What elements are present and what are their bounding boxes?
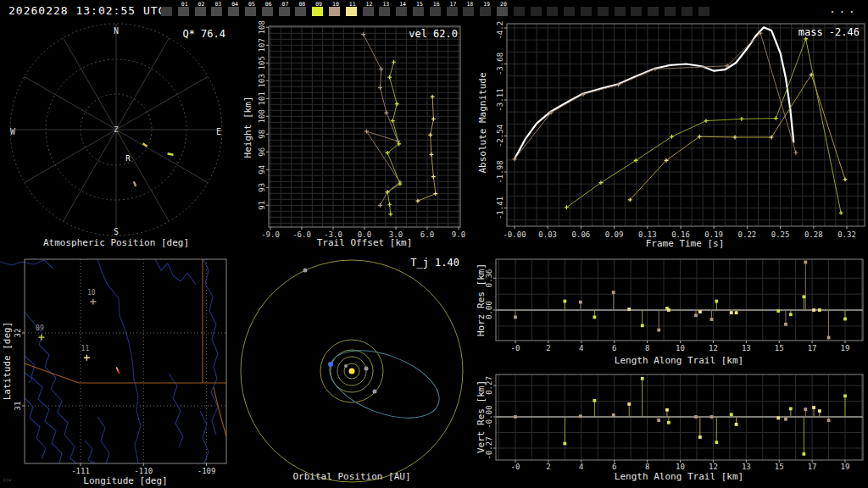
frame-thumb-03[interactable]: 03 [211,7,222,16]
station-marker-10: 10 [87,289,96,305]
map-x-axis-title: Longitude [deg] [83,475,167,486]
svg-text:6.0: 6.0 [420,230,434,239]
svg-text:-1.41: -1.41 [496,197,504,219]
meteoroid-orbit [320,337,448,431]
frame-thumb-02[interactable]: 02 [195,7,206,16]
svg-text:9.0: 9.0 [452,230,465,239]
svg-text:0.32: 0.32 [837,230,856,239]
frame-thumb[interactable] [598,7,609,16]
svg-text:-3.11: -3.11 [496,88,504,111]
svg-text:108: 108 [258,21,266,34]
frame-number: 02 [198,1,205,8]
svg-text:105: 105 [258,56,266,69]
svg-text:0.00: 0.00 [485,301,493,319]
svg-text:-0: -0 [511,344,520,352]
frame-thumb-11[interactable]: 11 [346,7,357,16]
series-site-11 [628,73,848,202]
svg-text:98: 98 [258,130,266,139]
svg-text:-3.68: -3.68 [496,53,504,75]
svg-text:19: 19 [841,463,850,471]
orbital-position-plot [237,250,475,488]
plot-frame [496,259,863,341]
frame-thumb-17[interactable]: 17 [447,7,458,16]
radiant-label: R [125,154,130,163]
frame-thumb-04[interactable]: 04 [228,7,239,16]
frame-thumb-15[interactable]: 15 [413,7,424,16]
frame-thumb-18[interactable]: 18 [463,7,474,16]
trail-x-axis-title: Trail Offset [km] [317,237,413,248]
svg-text:100: 100 [258,109,266,123]
svg-text:10: 10 [676,344,685,352]
mass-badge: mass -2.46 [798,26,860,38]
magnitude-x-axis-title: Frame Time [s] [646,238,725,249]
frame-thumb-10[interactable]: 10 [329,7,340,16]
svg-text:0.28: 0.28 [804,230,823,239]
frame-thumb-05[interactable]: 05 [245,7,256,16]
frame-thumb-13[interactable]: 13 [379,7,390,16]
grid [507,24,865,226]
overflow-menu-icon[interactable]: ... [829,2,858,15]
frame-strip: 0102030405060708091011121314151617181920 [0,0,868,21]
frame-thumb[interactable] [631,7,642,16]
frame-thumb[interactable] [615,7,626,16]
frame-thumb[interactable] [698,7,709,16]
frame-number: 03 [214,1,221,8]
grid [269,26,460,227]
frame-thumb[interactable] [665,7,676,16]
compass-east-label: E [216,127,221,136]
frame-thumb[interactable] [547,7,558,16]
planet-earth [328,362,333,367]
light-curve-plot: -0.000.030.060.090.130.160.190.220.250.2… [475,21,868,250]
svg-text:6: 6 [612,344,616,352]
sun [349,369,355,374]
frame-thumb-20[interactable]: 20 [497,7,508,16]
frame-thumb-01[interactable]: 01 [178,7,189,16]
frame-thumb-07[interactable]: 07 [279,7,290,16]
frame-number: 18 [466,1,473,8]
svg-text:0.09: 0.09 [605,230,624,239]
station-marker-11: 11 [81,345,90,361]
svg-text:2: 2 [546,463,550,471]
svg-text:-110: -110 [134,467,153,475]
svg-text:11: 11 [81,345,90,352]
frame-thumb[interactable] [648,7,659,16]
polar-sky-plot [0,21,237,250]
frame-thumb[interactable] [564,7,575,16]
frame-thumb[interactable] [581,7,592,16]
vert-res-x-axis-title: Length Along Trail [km] [615,471,743,482]
frame-thumb[interactable] [161,7,172,16]
series-site-09 [563,377,846,456]
frame-thumb-09[interactable]: 09 [312,7,323,16]
plot-frame [25,259,226,463]
frame-thumb-14[interactable]: 14 [396,7,407,16]
meteor-analysis-app: 20260228 13:02:55 UTC 010203040506070809… [0,0,868,488]
rivers [0,259,218,463]
vertical-residuals-panel: -024681012131517190.27-0.00-0.27 Vert Re… [475,364,868,488]
tisserand-badge: T_j 1.40 [410,257,459,269]
meteor-streak-site-10 [133,181,137,186]
frame-thumb-12[interactable]: 12 [363,7,374,16]
frame-number: 15 [416,1,423,8]
frame-thumb-19[interactable]: 19 [480,7,491,16]
series-site-10 [514,408,830,422]
frame-thumb-08[interactable]: 08 [295,7,306,16]
frame-thumb-06[interactable]: 06 [262,7,273,16]
svg-text:0.25: 0.25 [771,230,790,239]
svg-text:12: 12 [709,344,718,352]
magnitude-y-axis-title: Absolute Magnitude [477,72,488,173]
frame-thumb-16[interactable]: 16 [430,7,441,16]
frame-number: 19 [483,1,490,8]
svg-text:103: 103 [258,74,266,87]
frame-thumb[interactable] [531,7,542,16]
frame-thumb[interactable] [682,7,693,16]
frame-thumb[interactable] [514,7,525,16]
frame-number: 08 [298,1,305,8]
svg-text:-2.54: -2.54 [496,125,504,147]
planet-venus [364,367,369,371]
svg-text:93: 93 [258,183,266,192]
orbit-title: Orbital Position [AU] [292,471,410,482]
svg-text:91: 91 [258,201,266,210]
svg-text:-0.00: -0.00 [503,230,526,239]
ground-map-plot: 091011-111-110-1093231 [0,250,237,488]
svg-text:17: 17 [808,463,817,471]
